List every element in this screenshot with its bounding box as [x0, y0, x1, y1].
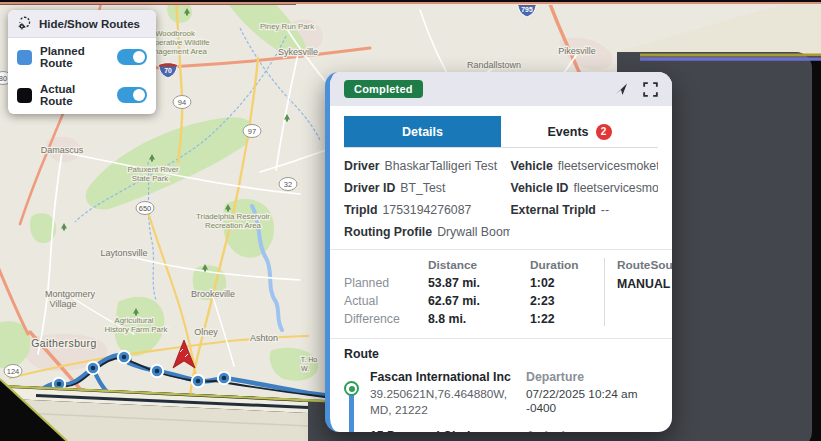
planned-route-toggle[interactable] — [117, 49, 147, 65]
tab-events-label: Events — [548, 125, 589, 139]
map-label: Brookeville — [191, 289, 235, 299]
origin-address: 39.250621N,76.464880W, MD, 21222 — [370, 387, 526, 419]
svg-text:97: 97 — [248, 127, 256, 136]
map-label: Randallstown — [467, 60, 521, 70]
map-label: History Farm Park — [105, 325, 168, 334]
tab-details[interactable]: Details — [344, 116, 501, 147]
map-label: Village — [50, 299, 77, 309]
map-label: Ashton — [250, 333, 278, 343]
svg-text:70: 70 — [164, 67, 172, 74]
routes-card-title: Hide/Show Routes — [39, 18, 140, 30]
map-label: Triadelphia Reservoir — [196, 212, 270, 221]
routes-visibility-card: Hide/Show Routes Planned Route Actual Ro… — [8, 10, 156, 114]
map-label: T. Ho — [301, 356, 317, 363]
map-label: Laytonsville — [100, 248, 147, 258]
stats-header-distance: Distance — [428, 258, 530, 272]
svg-text:32: 32 — [284, 180, 292, 189]
actual-route-label: Actual Route — [40, 83, 109, 107]
map-label: Agricultural — [115, 316, 154, 325]
routes-card-header: Hide/Show Routes — [8, 10, 156, 38]
field-external-trip-id: External TripId-- — [510, 203, 658, 217]
stats-row-label: Actual — [344, 294, 428, 308]
svg-text:80: 80 — [0, 74, 7, 83]
trip-fields: DriverBhaskarTalligeri Test Vehiclefleet… — [330, 148, 672, 243]
field-driver: DriverBhaskarTalligeri Test — [344, 159, 510, 173]
actual-route-row: Actual Route — [8, 76, 156, 114]
field-vehicle: Vehiclefleetservicesmoketest001 — [510, 159, 658, 173]
stats-row-label: Planned — [344, 276, 428, 290]
tab-details-label: Details — [402, 125, 443, 139]
planned-route-label: Planned Route — [40, 45, 109, 69]
map-label: Woodbrook — [155, 29, 195, 38]
svg-text:124: 124 — [7, 367, 20, 376]
map-label: Pikesville — [558, 46, 596, 56]
trip-stats: Distance Duration Planned 53.87 mi. 1:02… — [330, 250, 672, 332]
actual-route-toggle[interactable] — [117, 87, 147, 103]
status-badge: Completed — [344, 80, 423, 98]
field-driver-id: Driver IDBT_Test — [344, 181, 510, 195]
map-label: Recreation Area — [205, 221, 262, 230]
route-section: Route Fascan International Inc 39.250621… — [330, 339, 672, 432]
map-label: Damascus — [41, 145, 84, 155]
route-settings-icon — [17, 16, 32, 31]
locate-route-icon[interactable] — [614, 82, 629, 97]
map-label: Montgomery — [45, 289, 96, 299]
route-heading: Route — [344, 347, 658, 361]
tab-events[interactable]: Events 2 — [501, 116, 658, 147]
field-vehicle-id: Vehicle IDfleetservicesmoketest001 — [510, 181, 658, 195]
departure-label: Departure — [526, 369, 658, 384]
origin-name: Fascan International Inc — [370, 369, 526, 384]
field-trip-id: TripId1753194276087 — [344, 203, 510, 217]
planned-route-row: Planned Route — [8, 38, 156, 76]
route-source-value: MANUAL — [617, 277, 670, 291]
arrival-label: Arrival — [526, 428, 658, 432]
route-source: RouteSource MANUAL — [604, 258, 672, 326]
stats-row-label: Difference — [344, 312, 428, 326]
actual-route-swatch — [17, 88, 32, 103]
svg-text:650: 650 — [139, 204, 152, 213]
map-label: Sykesville — [278, 47, 318, 57]
trip-details-panel: Completed Details Events 2 DriverBhaskar… — [325, 72, 672, 432]
svg-text:795: 795 — [521, 6, 533, 13]
destination-name: 15 Derwood Circle — [370, 428, 526, 432]
panel-header: Completed — [330, 72, 672, 106]
tabs: Details Events 2 — [344, 116, 658, 148]
events-count-badge: 2 — [596, 124, 612, 140]
field-routing-profile: Routing ProfileDrywall Boom — [344, 225, 510, 239]
origin-stop-icon — [344, 381, 359, 396]
fullscreen-icon[interactable] — [643, 82, 658, 97]
svg-text:94: 94 — [178, 98, 186, 107]
map-label: Piney Run Park — [260, 22, 314, 31]
stats-header-duration: Duration — [530, 258, 600, 272]
route-source-label: RouteSource — [617, 258, 672, 272]
map-label: W. — [301, 365, 309, 372]
map-label: State Park — [132, 174, 169, 183]
departure-time: 07/22/2025 10:24 am -0400 — [526, 387, 658, 415]
map-label: Olney — [194, 327, 218, 337]
map-label: Gaithersburg — [31, 337, 97, 349]
route-stop-origin: Fascan International Inc 39.250621N,76.4… — [344, 369, 658, 419]
planned-route-swatch — [17, 50, 32, 65]
route-stop-destination: 15 Derwood Circle Rockville, MD, 20850 A… — [344, 428, 658, 432]
map-label: Patuxent River — [127, 165, 179, 174]
